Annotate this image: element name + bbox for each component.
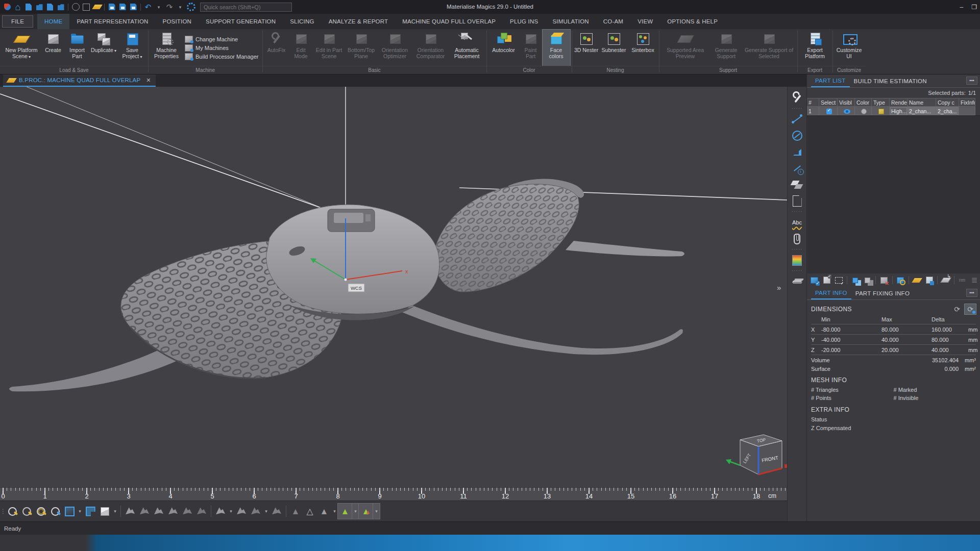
duplicate-button[interactable]: Duplicate — [89, 30, 118, 66]
marked-view-icon[interactable] — [234, 504, 249, 519]
tab-part-representation[interactable]: PART REPRESENTATION — [69, 14, 155, 29]
tab-home[interactable]: HOME — [37, 14, 69, 29]
quick-search-input[interactable] — [200, 3, 292, 12]
minimize-button[interactable]: – — [960, 4, 964, 11]
fix-wizard-icon[interactable] — [789, 90, 805, 106]
import-part-quick-icon[interactable] — [34, 2, 44, 12]
render-style-icon[interactable] — [213, 504, 228, 519]
attachment-paperclip-icon[interactable] — [789, 231, 805, 247]
part-list-column-header[interactable]: # — [807, 98, 819, 107]
marked-view-alt-icon[interactable] — [249, 504, 263, 519]
marked-triangles-dropdown-icon[interactable] — [352, 504, 359, 519]
new-platform-scene-icon[interactable] — [23, 2, 34, 12]
save-icon[interactable] — [107, 2, 117, 12]
annotation-text-icon[interactable]: Abc — [789, 214, 805, 231]
view-transparent-icon[interactable] — [180, 504, 194, 519]
section-view-icon[interactable] — [83, 504, 97, 519]
part-list-column-header[interactable]: Select — [819, 98, 838, 107]
supported-area-preview-button[interactable]: Supported Area Preview — [661, 30, 710, 66]
view-wireframe-icon[interactable] — [152, 504, 166, 519]
tab-part-fixing-info[interactable]: PART FIXING INFO — [851, 287, 914, 299]
face-colors-button[interactable]: Face colors — [543, 30, 570, 66]
measure-circle-icon[interactable] — [789, 128, 805, 144]
zoom-window-icon[interactable] — [19, 504, 34, 519]
zoom-tool-icon[interactable] — [5, 504, 19, 519]
triangle-filled-icon[interactable] — [317, 504, 331, 519]
zoom-selection-icon[interactable] — [34, 504, 48, 519]
new-part-icon[interactable] — [45, 2, 55, 12]
expand-part-tree-icon[interactable] — [850, 274, 861, 286]
tab-part-info[interactable]: PART INFO — [811, 287, 851, 299]
part-list-column-header[interactable]: FixInfo — [959, 98, 975, 107]
report-page-icon[interactable] — [789, 193, 805, 209]
triangle-dropdown-icon[interactable] — [331, 504, 338, 519]
maximize-button[interactable]: ❐ — [971, 4, 977, 11]
customize-ui-button[interactable]: Customize UI — [835, 30, 864, 66]
part-list-column-header[interactable]: Color — [855, 98, 872, 107]
tab-machine-quad-full-overlap[interactable]: MACHINE QUAD FULL OVERLAP — [395, 14, 503, 29]
redo-icon[interactable] — [164, 2, 175, 12]
part-list-column-header[interactable]: Visibl — [838, 98, 855, 107]
visible-cell[interactable] — [838, 107, 855, 115]
toolbar-drag-handle[interactable] — [1, 504, 5, 519]
change-machine-button[interactable]: Change Machine — [185, 36, 259, 43]
machine-properties-button[interactable]: Machine Properties — [150, 30, 183, 66]
part-list-column-header[interactable]: Type — [872, 98, 890, 107]
marked-view-dropdown-icon[interactable] — [263, 504, 270, 519]
collapse-part-tree-icon[interactable] — [862, 274, 873, 286]
view-hidden-line-icon[interactable] — [166, 504, 180, 519]
sinterbox-button[interactable]: Sinterbox — [629, 30, 657, 66]
platform-quick-icon[interactable] — [92, 2, 102, 12]
part-list-row[interactable]: 1 High... 2_chan... 2_cha... — [807, 107, 980, 115]
tab-options-help[interactable]: OPTIONS & HELP — [660, 14, 725, 29]
tab-co-am[interactable]: CO-AM — [596, 14, 630, 29]
tab-build-time-estimation[interactable]: BUILD TIME ESTIMATION — [850, 74, 931, 87]
slice-preview-icon[interactable] — [270, 504, 284, 519]
zoom-to-part-icon[interactable] — [895, 274, 906, 286]
undo-icon[interactable] — [143, 2, 153, 12]
my-machines-button[interactable]: My Machines — [185, 44, 259, 52]
part-list-column-header[interactable]: Rende — [890, 98, 908, 107]
render-style-dropdown-icon[interactable] — [228, 504, 234, 519]
collapse-toolstrip-chevron[interactable]: » — [777, 284, 781, 291]
name-cell[interactable]: 2_chan... — [908, 107, 936, 115]
3d-nester-button[interactable]: 3D Nester — [574, 30, 599, 66]
export-platform-button[interactable]: Export Platform — [799, 30, 831, 66]
autocolor-button[interactable]: Autocolor — [488, 30, 519, 66]
select-window-icon[interactable] — [834, 274, 845, 286]
paint-part-button[interactable]: Paint Part — [519, 30, 543, 66]
tab-analyze-report[interactable]: ANALYZE & REPORT — [322, 14, 396, 29]
compare-parts-icon[interactable] — [789, 177, 805, 193]
view-silhouette-icon[interactable] — [194, 504, 209, 519]
slices-stack-icon[interactable] — [789, 273, 805, 290]
select-parts-icon[interactable] — [821, 274, 832, 286]
subnester-button[interactable]: Subnester — [599, 30, 629, 66]
visibility-eye-icon[interactable] — [844, 109, 850, 114]
render-cell[interactable]: High... — [890, 107, 908, 115]
select-checkbox-icon[interactable] — [826, 109, 832, 114]
orientation-optimizer-button[interactable]: Orientation Optimizer — [378, 30, 412, 66]
view-shaded-wire-icon[interactable] — [137, 504, 152, 519]
redo-dropdown-icon[interactable] — [175, 2, 185, 12]
part-info-menu-button[interactable]: ••• — [966, 289, 977, 297]
measure-distance-icon[interactable] — [789, 111, 805, 128]
marked-triangles-color-icon[interactable] — [359, 504, 373, 519]
marked-triangles-color-dropdown-icon[interactable] — [373, 504, 380, 519]
marked-triangles-icon[interactable] — [338, 504, 352, 519]
shade-mode-dropdown-icon[interactable] — [112, 504, 118, 519]
texture-gradient-icon[interactable] — [789, 252, 805, 268]
view-cube-icon[interactable] — [62, 504, 77, 519]
edit-in-part-scene-button[interactable]: Edit in Part Scene — [313, 30, 345, 66]
part-list-menu-button[interactable]: ••• — [966, 77, 977, 85]
bottom-top-plane-button[interactable]: Bottom/Top Plane — [345, 30, 378, 66]
part-list-column-header[interactable]: Copy c — [936, 98, 959, 107]
export-part-icon[interactable] — [924, 274, 935, 286]
orientation-comparator-button[interactable]: Orientation Comparator — [412, 30, 449, 66]
delete-part-icon[interactable] — [878, 274, 890, 286]
close-tab-icon[interactable]: ✕ — [146, 77, 151, 84]
part-list-empty-area[interactable] — [807, 115, 980, 273]
tab-slicing[interactable]: SLICING — [283, 14, 321, 29]
measure-angle-icon[interactable] — [789, 144, 805, 160]
tab-support-generation[interactable]: SUPPORT GENERATION — [199, 14, 283, 29]
generate-support-button[interactable]: Generate Support — [710, 30, 743, 66]
